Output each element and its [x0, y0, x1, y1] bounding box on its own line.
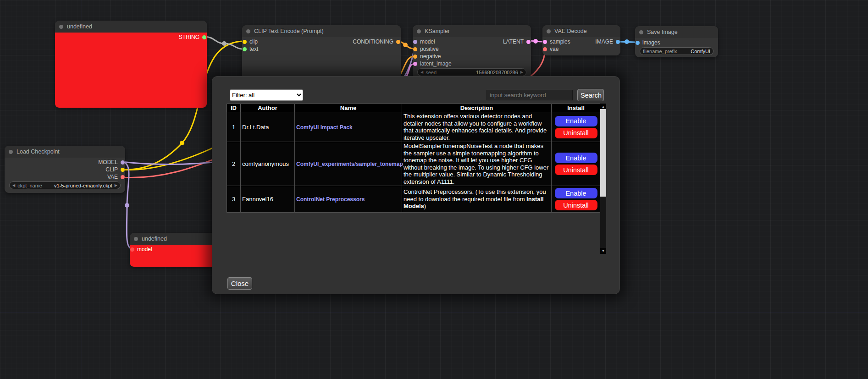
input-slot-label: samples — [550, 38, 570, 45]
input-slot-label: clip — [249, 38, 258, 45]
extension-name-link[interactable]: ComfyUI Impact Pack — [296, 124, 353, 131]
output-slot-label: CLIP — [105, 166, 118, 173]
node-ksampler[interactable]: KSampler model LATENT positive negative — [413, 25, 531, 78]
input-slot-text[interactable] — [243, 47, 247, 51]
extension-name-link[interactable]: ControlNet Preprocessors — [296, 196, 365, 203]
node-title-label: Save Image — [647, 29, 678, 35]
output-slot-clip[interactable] — [121, 168, 125, 172]
node-load-checkpoint[interactable]: Load Checkpoint MODEL CLIP VAE ◀ ckpt_na… — [5, 146, 125, 193]
input-slot-positive[interactable] — [413, 47, 417, 51]
column-header-description: Description — [402, 104, 552, 112]
input-slot-label: latent_image — [420, 60, 452, 67]
node-undefined-top[interactable]: undefined STRING — [55, 21, 207, 108]
node-title-bar[interactable]: Load Checkpoint — [5, 146, 125, 158]
cell-desc: ModelSamplerTonemapNoiseTest a node that… — [402, 142, 552, 186]
column-header-install: Install — [552, 104, 601, 112]
enable-button[interactable]: Enable — [555, 188, 597, 198]
widget-value: ComfyUI — [691, 49, 710, 54]
next-arrow-icon[interactable]: ▶ — [115, 184, 117, 187]
filename-prefix-widget[interactable]: filename_prefix ComfyUI — [640, 47, 713, 55]
input-slot-label: images — [642, 39, 660, 46]
input-slot-label: model — [137, 246, 152, 253]
input-slot-negative[interactable] — [413, 55, 417, 59]
node-collapse-dot[interactable] — [639, 30, 643, 34]
output-slot-latent[interactable] — [526, 40, 531, 44]
input-slot-vae[interactable] — [543, 47, 547, 51]
node-collapse-dot[interactable] — [9, 150, 13, 154]
node-title-bar[interactable]: undefined — [55, 21, 207, 33]
node-collapse-dot[interactable] — [59, 25, 63, 29]
filter-select[interactable]: Filter: all — [230, 89, 303, 101]
output-slot-label: VAE — [107, 174, 118, 180]
table-header-row: IDAuthorNameDescriptionInstall — [227, 104, 601, 112]
cell-id: 1 — [227, 112, 241, 142]
uninstall-button[interactable]: Uninstall — [555, 165, 597, 175]
node-undefined-bottom[interactable]: undefined model — [130, 233, 217, 267]
column-header-name: Name — [295, 104, 402, 112]
output-slot-label: CONDITIONING — [353, 38, 393, 45]
search-button[interactable]: Search — [577, 89, 604, 101]
output-slot-label: LATENT — [503, 38, 524, 45]
widget-label: seed — [426, 70, 437, 75]
node-title-bar[interactable]: CLIP Text Encode (Prompt) — [242, 25, 401, 37]
output-slot-label: IMAGE — [595, 38, 613, 45]
ckpt-name-widget[interactable]: ◀ ckpt_name v1-5-pruned-emaonly.ckpt ▶ — [9, 181, 121, 189]
scroll-down-icon[interactable]: ▼ — [600, 248, 606, 254]
node-body: clip CONDITIONING text — [242, 37, 401, 53]
extension-row: 2comfyanonymousComfyUI_experiments/sampl… — [227, 142, 601, 186]
previous-arrow-icon[interactable]: ◀ — [12, 184, 15, 187]
output-slot-vae[interactable] — [121, 175, 125, 179]
node-vae-decode[interactable]: VAE Decode samples IMAGE vae — [542, 25, 620, 55]
output-slot-image[interactable] — [616, 40, 620, 44]
input-slot-label: positive — [420, 46, 439, 52]
enable-button[interactable]: Enable — [555, 116, 597, 126]
node-title-bar[interactable]: VAE Decode — [542, 25, 620, 37]
extension-row: 3Fannovel16ControlNet PreprocessorsContr… — [227, 186, 601, 213]
output-slot-string[interactable] — [202, 35, 206, 39]
input-slot-images[interactable] — [636, 41, 640, 45]
search-input[interactable] — [487, 90, 573, 100]
scrollbar[interactable]: ▲ ▼ — [600, 104, 606, 254]
uninstall-button[interactable]: Uninstall — [555, 200, 597, 210]
extension-row: 1Dr.Lt.DataComfyUI Impact PackThis exten… — [227, 112, 601, 142]
column-header-id: ID — [227, 104, 241, 112]
input-slot-samples[interactable] — [543, 40, 547, 44]
node-collapse-dot[interactable] — [417, 29, 421, 33]
cell-desc: ControlNet Preprocessors. (To use this e… — [402, 186, 552, 213]
node-collapse-dot[interactable] — [134, 237, 138, 241]
input-slot-latent-image[interactable] — [413, 62, 417, 66]
increment-arrow-icon[interactable]: ▶ — [520, 71, 523, 74]
node-title-label: VAE Decode — [554, 28, 587, 34]
scrollbar-thumb[interactable] — [600, 109, 606, 197]
node-save-image[interactable]: Save Image images filename_prefix ComfyU… — [635, 26, 718, 57]
decrement-arrow-icon[interactable]: ◀ — [420, 71, 423, 74]
output-slot-model[interactable] — [121, 160, 125, 165]
cell-name: ControlNet Preprocessors — [295, 186, 402, 213]
column-header-author: Author — [241, 104, 295, 112]
seed-widget[interactable]: ◀ seed 156680208700286 ▶ — [417, 68, 526, 76]
input-slot-model[interactable] — [130, 247, 134, 252]
table-body: 1Dr.Lt.DataComfyUI Impact PackThis exten… — [227, 112, 601, 213]
input-slot-model[interactable] — [413, 40, 417, 44]
node-body: model LATENT positive negative latent_im… — [413, 37, 531, 76]
input-slot-label: model — [420, 38, 435, 45]
close-button[interactable]: Close — [227, 277, 252, 290]
custom-nodes-manager-dialog: Filter: all Search IDAuthorNameDescripti… — [212, 76, 620, 294]
node-collapse-dot[interactable] — [246, 29, 250, 33]
cell-author: comfyanonymous — [241, 142, 295, 186]
node-title-bar[interactable]: Save Image — [635, 26, 718, 38]
extension-name-link[interactable]: ComfyUI_experiments/sampler_tonemap — [296, 161, 403, 167]
uninstall-button[interactable]: Uninstall — [555, 128, 597, 138]
node-collapse-dot[interactable] — [547, 29, 551, 33]
output-slot-conditioning[interactable] — [396, 40, 400, 44]
node-body: MODEL CLIP VAE ◀ ckpt_name v1-5-pruned-e… — [5, 158, 125, 189]
node-title-bar[interactable]: KSampler — [413, 25, 531, 37]
cell-name: ComfyUI_experiments/sampler_tonemap — [295, 142, 402, 186]
input-slot-label: negative — [420, 53, 441, 60]
input-slot-clip[interactable] — [243, 40, 247, 44]
node-title-label: undefined — [67, 23, 92, 30]
enable-button[interactable]: Enable — [555, 153, 597, 163]
cell-name: ComfyUI Impact Pack — [295, 112, 402, 142]
node-title-bar[interactable]: undefined — [130, 233, 217, 245]
cell-desc: This extension offers various detector n… — [402, 112, 552, 142]
